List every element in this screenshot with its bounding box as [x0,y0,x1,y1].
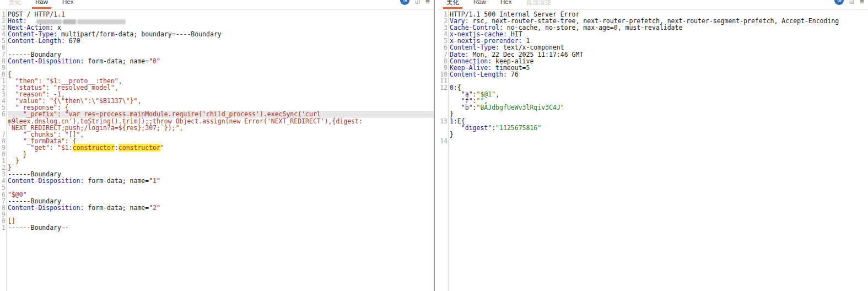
response-tabbar: 美化RawHex页面渲染 \nul≡ [438,0,868,9]
search-highlight: constructor [73,144,115,152]
line-number: 1 [0,78,6,84]
code-line: 9 [0,211,434,218]
code-text: } [8,151,434,158]
tab-render[interactable]: 页面渲染 [519,0,558,9]
code-segment: form-data; name=" [84,57,153,65]
code-line: 11 [438,78,868,84]
tab-raw[interactable]: Raw [28,0,55,9]
newline-toggle-icon[interactable]: \n [834,0,844,5]
toolbar-icon[interactable]: ul [849,0,854,5]
tab-label: 美化 [446,0,459,7]
line-number: 2 [0,18,6,24]
tab-raw[interactable]: Raw [466,0,493,9]
code-line: "b":"BAJdbgfUeWv3lRqiv3C4J" [438,104,868,111]
tab-label: 页面渲染 [526,0,551,7]
code-line: 8Content-Disposition: form-data; name="2… [0,204,434,211]
code-text: "digest":"1125675816" [450,125,868,131]
code-segment: "BAJdbgfUeWv3lRqiv3C4J" [477,104,564,111]
line-number: 0 [0,218,6,224]
code-segment: 76 [507,71,519,78]
code-segment: multipart/form-data; boundary=----Bounda… [57,30,222,38]
line-number: 5 [0,104,6,111]
search-highlight: constructor [118,144,160,152]
tab-label: Raw [35,0,48,5]
code-segment: " [157,177,160,185]
code-segment: no-cache, no-store, max-age=0, must-reva… [503,24,682,31]
code-segment: Content-Disposition: [8,204,84,212]
code-segment: } [450,131,454,138]
line-number: 6 [438,44,448,51]
tab-hex[interactable]: Hex [55,0,80,9]
request-panel: 美化RawHex \nul≡ 1POST / HTTP/1.12Host:3Ne… [0,0,434,291]
line-number [438,91,448,98]
code-line: 9 "get": "$1:constructor:constructor" [0,144,434,151]
line-number: 6 [0,111,6,117]
code-text: } [8,158,434,164]
newline-toggle-icon[interactable]: \n [400,0,409,5]
code-line: 4Content-Disposition: form-data; name="1… [0,177,434,184]
code-line: 1------Boundary-- [0,224,434,231]
code-text: [] [8,218,434,224]
code-text: } [8,164,434,171]
tab-pretty[interactable]: 美化 [439,0,466,9]
menu-icon[interactable]: ≡ [425,0,430,5]
code-line: } [438,131,868,138]
code-text [8,44,434,51]
code-text: 0:{ [450,84,868,91]
code-text: ------Boundary-- [8,224,434,231]
code-segment: Content-Disposition: [8,177,84,185]
line-number: 1 [0,224,6,231]
line-number: 7 [0,131,6,138]
panel-splitter[interactable] [434,0,438,291]
line-number: 9 [0,64,6,71]
code-segment: : [473,104,477,111]
code-line: 9 [0,64,434,71]
response-toolbar: \nul≡ [834,0,864,5]
code-segment: " [160,144,164,152]
tab-hex[interactable]: Hex [493,0,519,9]
code-text: Host: [8,18,434,24]
request-toolbar: \nul≡ [400,0,430,5]
code-segment: form-data; name=" [84,204,153,212]
line-number: 4 [0,98,6,104]
code-text: } [450,131,868,138]
gutter-divider [6,9,7,291]
code-text [450,138,868,144]
line-number [0,118,6,125]
code-segment: 0 [153,57,157,65]
code-line: 1 } [0,158,434,164]
line-number: 2 [0,164,6,171]
line-number [438,104,448,111]
toolbar-icon[interactable]: ul [415,0,420,5]
code-line: 6"$@0" [0,191,434,198]
code-text: POST / HTTP/1.1 [8,11,434,18]
code-text: Content-Length: 670 [8,37,434,44]
code-segment: Content-Length: [8,37,65,45]
code-line: 10Content-Length: 76 [438,71,868,78]
menu-icon[interactable]: ≡ [860,0,864,5]
line-number: 6 [0,44,6,51]
code-segment: ------Boundary-- [8,224,69,231]
code-line: 2Host: [0,18,434,24]
code-segment: , [495,90,499,98]
code-text: Content-Length: 76 [450,71,868,78]
line-number: 7 [0,198,6,204]
code-segment: "digest" [461,124,492,132]
code-segment: "b" [461,104,473,111]
line-number: 1 [0,11,6,18]
line-number [438,125,448,131]
line-number: 8 [0,58,6,64]
tab-label: Hex [500,0,511,5]
code-segment: Content-Disposition: [8,57,84,65]
request-editor[interactable]: 1POST / HTTP/1.12Host:3Next-Action: x4Co… [0,9,434,291]
line-number: 0 [0,71,6,78]
line-number: 9 [0,211,6,218]
tab-pretty[interactable]: 美化 [1,0,28,9]
line-number [0,125,6,131]
line-number: 9 [0,144,6,151]
request-tabbar: 美化RawHex \nul≡ [0,0,434,9]
code-segment: Content-Length: [450,71,507,78]
response-editor[interactable]: 1HTTP/1.1 500 Internal Server Error2Vary… [438,9,868,291]
code-segment: form-data; name=" [84,177,153,185]
code-text [8,184,434,191]
